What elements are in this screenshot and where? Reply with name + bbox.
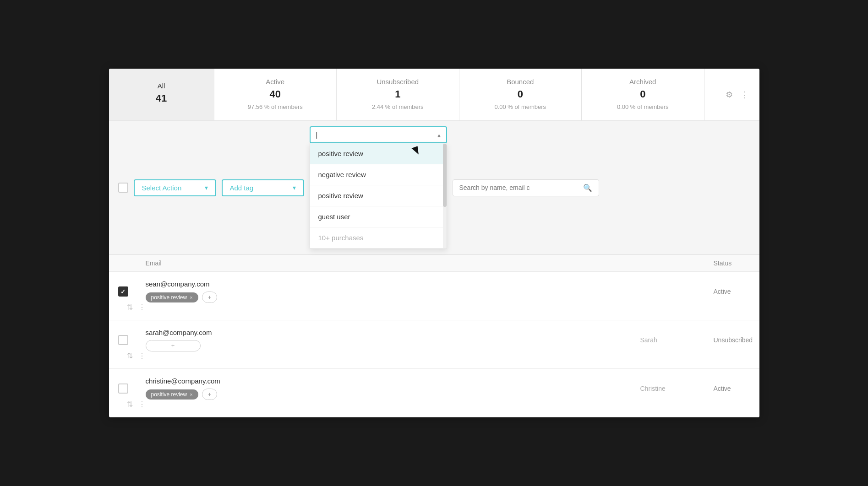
table-row: ✓ sean@company.com positive review × + A… <box>109 272 759 320</box>
stat-unsub-value: 1 <box>395 88 400 100</box>
table-header-row: Email Status <box>109 255 759 272</box>
stat-unsubscribed[interactable]: Unsubscribed 1 2.44 % of members <box>337 69 459 120</box>
row2-actions: ⇅ ⋮ <box>118 351 146 360</box>
add-tag-label: Add tag <box>230 184 254 192</box>
stat-archived-sub: 0.00 % of members <box>617 103 669 111</box>
row3-tag-positive-review: positive review × <box>146 389 198 400</box>
select-action-dropdown[interactable]: Select Action ▾ <box>134 179 216 196</box>
dropdown-scrollbar-thumb[interactable] <box>443 144 447 207</box>
row1-tag-positive-review: positive review × <box>146 292 198 302</box>
search-icon: 🔍 <box>583 184 592 192</box>
app-container: All 41 Active 40 97.56 % of members Unsu… <box>109 69 759 417</box>
add-tag-dropdown[interactable]: Add tag ▾ <box>222 179 304 196</box>
tag-search-box[interactable]: ▴ <box>310 126 447 143</box>
col-header-checkbox <box>118 259 146 267</box>
stat-archived-value: 0 <box>640 88 645 100</box>
master-checkbox[interactable] <box>118 183 128 193</box>
row1-tags: positive review × + <box>146 292 393 303</box>
stat-all-label: All <box>158 82 165 90</box>
row3-tag-remove-icon[interactable]: × <box>190 392 192 397</box>
stat-bounced-sub: 0.00 % of members <box>494 103 546 111</box>
row2-add-tag-button[interactable]: + <box>146 340 201 351</box>
row2-filter-icon[interactable]: ⇅ <box>127 351 133 360</box>
row1-checkbox[interactable]: ✓ <box>118 286 128 297</box>
col-header-name <box>640 259 714 267</box>
row3-checkbox[interactable] <box>118 383 128 394</box>
row3-email: christine@company.com <box>146 377 393 385</box>
stat-unsub-sub: 2.44 % of members <box>372 103 424 111</box>
row1-checkbox-cell: ✓ <box>118 286 146 297</box>
toolbar: Select Action ▾ Add tag ▾ ▴ positive rev… <box>109 121 759 255</box>
stat-unsub-label: Unsubscribed <box>377 78 419 86</box>
stat-bounced-label: Bounced <box>507 78 534 86</box>
tag-option-positive-review-2[interactable]: positive review <box>310 185 447 206</box>
col-header-email: Email <box>146 259 393 267</box>
stat-bounced[interactable]: Bounced 0 0.00 % of members <box>459 69 582 120</box>
row3-more-icon[interactable]: ⋮ <box>138 400 146 409</box>
row3-name: Christine <box>640 385 714 392</box>
stat-bounced-value: 0 <box>518 88 523 100</box>
stat-archived-label: Archived <box>629 78 656 86</box>
tag-dropdown-menu: positive review negative review positive… <box>310 143 447 249</box>
table-row: sarah@company.com + Sarah Unsubscribed ⇅… <box>109 320 759 369</box>
search-box: 🔍 <box>453 179 599 196</box>
stat-archived[interactable]: Archived 0 0.00 % of members <box>582 69 704 120</box>
tag-option-negative-review[interactable]: negative review <box>310 164 447 185</box>
tag-option-guest-user[interactable]: guest user <box>310 206 447 227</box>
row1-tag-remove-icon[interactable]: × <box>190 295 192 300</box>
row3-filter-icon[interactable]: ⇅ <box>127 400 133 409</box>
row3-tags: positive review × + <box>146 389 393 400</box>
row1-actions: ⇅ ⋮ <box>118 303 146 312</box>
row3-checkbox-cell <box>118 383 146 394</box>
members-table: Email Status ✓ sean@company.com positive… <box>109 255 759 417</box>
row2-email: sarah@company.com <box>146 329 393 336</box>
row3-status: Active <box>714 385 750 392</box>
row1-filter-icon[interactable]: ⇅ <box>127 303 133 312</box>
gear-icon[interactable]: ⚙ <box>726 90 733 100</box>
row1-email: sean@company.com <box>146 280 393 288</box>
dropdown-scrollbar-track <box>443 143 447 248</box>
row3-actions: ⇅ ⋮ <box>118 400 146 409</box>
row3-add-tag-button[interactable]: + <box>202 389 218 400</box>
row3-add-icon: + <box>208 391 212 398</box>
stat-all[interactable]: All 41 <box>109 69 214 120</box>
row2-checkbox-cell <box>118 335 146 345</box>
stat-active-label: Active <box>266 78 284 86</box>
row1-status: Active <box>714 288 750 295</box>
row2-status: Unsubscribed <box>714 336 750 344</box>
row2-more-icon[interactable]: ⋮ <box>138 351 146 360</box>
tag-filter-container: ▴ positive review negative review positi… <box>310 126 447 249</box>
more-options-icon[interactable]: ⋮ <box>740 90 748 100</box>
stat-active-sub: 97.56 % of members <box>248 103 303 111</box>
col-header-empty <box>393 259 640 267</box>
stat-active-value: 40 <box>270 88 281 100</box>
table-row: christine@company.com positive review × … <box>109 369 759 417</box>
tag-option-10plus[interactable]: 10+ purchases <box>310 227 447 248</box>
stats-header: All 41 Active 40 97.56 % of members Unsu… <box>109 69 759 121</box>
add-tag-arrow-icon: ▾ <box>293 184 296 191</box>
stat-active[interactable]: Active 40 97.56 % of members <box>214 69 337 120</box>
select-action-label: Select Action <box>142 184 182 192</box>
row1-email-cell: sean@company.com positive review × + <box>146 280 393 303</box>
row1-add-icon: + <box>208 294 212 301</box>
settings-area: ⚙ ⋮ <box>704 69 759 120</box>
row2-tags: + <box>146 340 393 351</box>
col-header-status: Status <box>714 259 750 267</box>
stat-all-value: 41 <box>156 92 167 104</box>
row2-checkbox[interactable] <box>118 335 128 345</box>
row2-email-cell: sarah@company.com + <box>146 329 393 351</box>
tag-search-collapse-icon[interactable]: ▴ <box>437 131 441 139</box>
row1-add-tag-button[interactable]: + <box>202 292 218 303</box>
tag-search-input[interactable] <box>316 131 437 139</box>
select-action-arrow-icon: ▾ <box>205 184 208 191</box>
search-input[interactable] <box>459 184 579 191</box>
tag-option-positive-review-1[interactable]: positive review <box>310 143 447 164</box>
row2-add-icon: + <box>171 342 175 349</box>
row2-name: Sarah <box>640 336 714 344</box>
row3-email-cell: christine@company.com positive review × … <box>146 377 393 400</box>
row1-more-icon[interactable]: ⋮ <box>138 303 146 312</box>
